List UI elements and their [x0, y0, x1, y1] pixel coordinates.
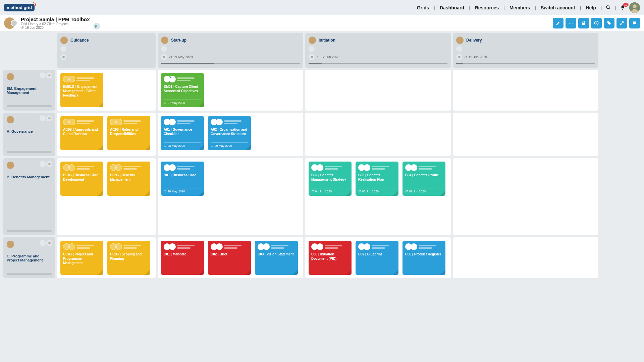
nav-members[interactable]: Members [507, 5, 532, 10]
row-header[interactable]: B. Benefits Management [3, 158, 55, 235]
row-meta-icon[interactable] [40, 72, 46, 78]
column-chat-icon[interactable] [161, 54, 167, 60]
logo[interactable]: method grid [4, 4, 35, 11]
grid-cell[interactable]: C06 | Initiation Document (PID) C07 | Bl… [305, 237, 451, 278]
row-chat-icon[interactable] [46, 115, 52, 121]
card[interactable]: C02G | Scoping and Planning [107, 241, 150, 275]
card-avatar-2[interactable] [263, 243, 270, 250]
grid-cell[interactable]: C01 | Mandate C02 | Brief C03 | [158, 237, 303, 278]
column-header[interactable]: Guidance [57, 33, 156, 68]
lock-button[interactable] [578, 18, 589, 28]
nav-grids[interactable]: Grids [415, 5, 431, 10]
breadcrumb[interactable]: Grid Library > 02 Client Projects [21, 22, 68, 26]
user-avatar[interactable] [629, 2, 640, 13]
column-header[interactable]: Delivery ⏱ 19 Jun 2020 [453, 33, 598, 68]
card[interactable]: A02G | Roles and Responsibilities [107, 116, 150, 150]
card[interactable]: A02 | Organisation and Governance Struct… [208, 116, 251, 150]
card-avatar-2[interactable] [216, 243, 223, 250]
row-owner-avatar[interactable] [7, 116, 14, 123]
grid-cell[interactable]: C01G | Project and Programme Management … [57, 237, 156, 278]
grid-cell[interactable]: B02 | Benefits Management Strategy ⏱ 04 … [305, 158, 451, 235]
card[interactable]: B01G | Business Case Development [60, 162, 103, 196]
card-avatar-2[interactable] [115, 119, 122, 125]
grid-cell[interactable]: EM01G | Engagement Management | Client F… [57, 70, 156, 111]
expand-button[interactable] [616, 18, 627, 28]
card[interactable]: B03 | Benefits Realisation Plan ⏱ 08 Jun… [356, 162, 398, 196]
more-button[interactable] [566, 18, 576, 28]
card[interactable]: A01 | Governance Checklist ⏱ 28 May 2020 [161, 116, 204, 150]
row-header[interactable]: C. Programme and Project Management [3, 237, 55, 278]
card[interactable]: C02 | Brief [208, 241, 251, 275]
search-icon[interactable] [604, 5, 612, 10]
column-chat-icon[interactable] [456, 54, 462, 60]
card[interactable]: EM01G | Engagement Management | Client F… [60, 73, 103, 107]
column-owner-avatar[interactable] [60, 37, 68, 44]
column-header[interactable]: Initiation ⏱ 12 Jun 2020 [305, 33, 451, 68]
nav-help[interactable]: Help [584, 5, 598, 10]
card[interactable]: B02G | Benefits Management [107, 162, 150, 196]
card[interactable]: B04 | Benefits Profile ⏱ 09 Jun 2020 [402, 162, 445, 196]
card-avatar-2[interactable] [364, 164, 370, 171]
grid-cell[interactable]: A01 | Governance Checklist ⏱ 28 May 2020… [158, 113, 303, 156]
card[interactable]: A01G | Approvals and Gated Reviews [60, 116, 103, 150]
grid-cell[interactable] [453, 237, 598, 278]
row-chat-icon[interactable] [46, 240, 52, 246]
card-avatar-2[interactable] [216, 119, 223, 125]
card-avatar-2[interactable] [115, 243, 122, 250]
card[interactable]: C07 | Blueprint [356, 241, 398, 275]
card-avatar-2[interactable] [68, 119, 75, 125]
column-meta-icon[interactable] [60, 46, 66, 52]
row-chat-icon[interactable] [46, 72, 52, 78]
info-button[interactable] [591, 18, 602, 28]
grid-cell[interactable]: B01 | Business Case ⏱ 28 May 2020 [158, 158, 303, 235]
column-owner-avatar[interactable] [161, 37, 168, 44]
grid-cell[interactable] [453, 70, 598, 111]
card-avatar-2[interactable] [169, 76, 176, 82]
grid-cell[interactable]: B01G | Business Case Development B02G | … [57, 158, 156, 235]
card[interactable]: C03 | Vision Statement [255, 241, 298, 275]
card-avatar-2[interactable] [68, 243, 75, 250]
card-avatar-2[interactable] [411, 243, 417, 250]
card-avatar-2[interactable] [411, 164, 417, 171]
grid-cell[interactable] [453, 158, 598, 235]
grid-scroll[interactable]: Guidance Start-up ⏱ 29 May 2020 Initiati… [0, 31, 644, 362]
card[interactable]: C01G | Project and Programme Management [60, 241, 103, 275]
row-meta-icon[interactable] [40, 115, 46, 121]
card-avatar-2[interactable] [169, 119, 176, 125]
grid-cell[interactable] [305, 70, 451, 111]
card-avatar-2[interactable] [317, 164, 323, 171]
card-avatar-2[interactable] [364, 243, 370, 250]
card-avatar-2[interactable] [68, 164, 75, 171]
card[interactable]: B02 | Benefits Management Strategy ⏱ 04 … [309, 162, 352, 196]
card-avatar-2[interactable] [169, 243, 176, 250]
row-header[interactable]: A. Governance [3, 113, 55, 156]
card[interactable]: B01 | Business Case ⏱ 28 May 2020 [161, 162, 204, 196]
edit-button[interactable] [553, 18, 564, 28]
nav-dashboard[interactable]: Dashboard [438, 5, 466, 10]
grid-cell[interactable]: A01G | Approvals and Gated Reviews A02G … [57, 113, 156, 156]
column-meta-icon[interactable] [456, 46, 462, 52]
row-meta-icon[interactable] [40, 161, 46, 167]
flag-icon[interactable] [93, 23, 100, 29]
column-owner-avatar[interactable] [309, 37, 316, 44]
column-chat-icon[interactable] [309, 54, 315, 60]
comment-button[interactable] [629, 18, 640, 28]
column-owner-avatar[interactable] [456, 37, 464, 44]
row-owner-avatar[interactable] [7, 162, 14, 169]
card-avatar-2[interactable] [317, 243, 323, 250]
column-chat-icon[interactable] [60, 54, 66, 60]
column-meta-icon[interactable] [309, 46, 315, 52]
card-avatar-2[interactable] [169, 164, 176, 171]
grid-cell[interactable] [305, 113, 451, 156]
row-owner-avatar[interactable] [7, 241, 14, 248]
owner-avatar-2[interactable] [11, 20, 17, 26]
nav-resources[interactable]: Resources [473, 5, 501, 10]
nav-switch-account[interactable]: Switch account [539, 5, 577, 10]
card-avatar-2[interactable] [115, 164, 122, 171]
row-chat-icon[interactable] [46, 161, 52, 167]
card[interactable]: C06 | Initiation Document (PID) [309, 241, 352, 275]
card[interactable]: C01 | Mandate [161, 241, 204, 275]
card-avatar-2[interactable] [68, 76, 75, 82]
row-owner-avatar[interactable] [7, 73, 14, 80]
grid-cell[interactable]: EM01 | Capture Client Scorecard Objectiv… [158, 70, 303, 111]
